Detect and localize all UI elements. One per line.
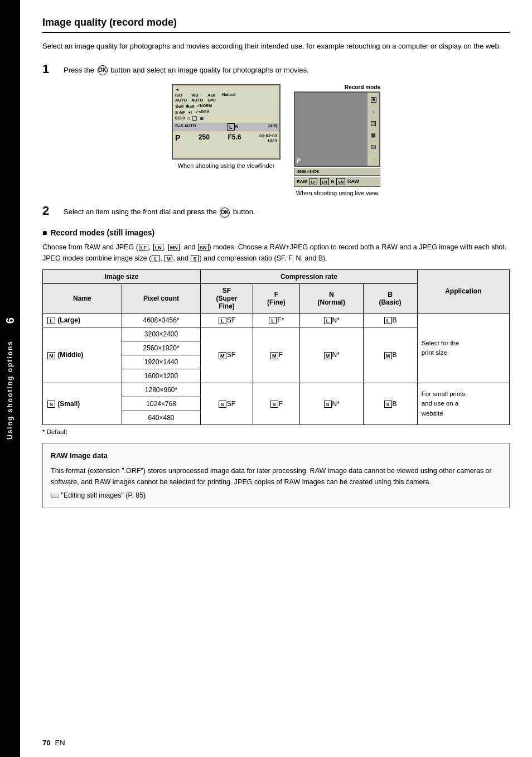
size-small: S (Small) xyxy=(43,383,122,425)
lcd2-mode-bar: RAW LF LN N SN RAW xyxy=(294,177,380,187)
th-compression: Compression rate xyxy=(201,269,417,283)
lcd-shutter-val: 250 xyxy=(199,133,210,143)
size-large: L (Large) xyxy=(43,313,122,327)
th-application: Application xyxy=(417,269,509,313)
step-1-text: Press the OK button and select an image … xyxy=(64,62,309,76)
table-row-small-1: S (Small) 1280×960* SSF SF SN* SB For sm… xyxy=(43,383,510,397)
lcd2-ln: LN xyxy=(320,178,328,185)
n-middle: MN* xyxy=(299,327,363,383)
pixels-small-3: 640×480 xyxy=(122,411,200,425)
f-middle: MF xyxy=(253,327,299,383)
th-pixel: Pixel count xyxy=(122,283,200,313)
lcd2-icon5: IS xyxy=(371,145,376,149)
icon-lf: LF xyxy=(139,244,148,251)
lcd-s-pm: ⊕±0 xyxy=(175,104,183,109)
pixels-middle-1: 3200×2400 xyxy=(122,327,200,341)
info-box-text: This format (extension ".ORF") stores un… xyxy=(51,465,501,488)
table-row-large: L (Large) 4608×3456* LSF LF* LN* LB Sele… xyxy=(43,313,510,327)
pixels-small-1: 1280×960* xyxy=(122,383,200,397)
pixels-middle-4: 1600×1200 xyxy=(122,369,200,383)
icon-l: L xyxy=(152,255,159,262)
lcd2-icon4: ⬛ xyxy=(371,133,376,138)
main-content: Image quality (record mode) Select an im… xyxy=(20,0,532,757)
info-box-title: RAW image data xyxy=(51,450,501,462)
sf-small: SSF xyxy=(201,383,253,425)
lcd-saf: S-AF xyxy=(175,110,185,115)
sidebar-label: Using shooting options xyxy=(6,340,14,440)
page-number: 70 xyxy=(42,739,50,747)
lcd2-sn: SN xyxy=(336,178,345,185)
lcd-liveview: P ⊕ ↕ □ ⬛ IS 🔋 xyxy=(294,91,380,167)
th-n: N(Normal) xyxy=(299,283,363,313)
lcd-aperture-val: F5.6 xyxy=(228,133,241,143)
footnote: * Default xyxy=(42,428,510,435)
info-box-link: 📖 "Editing still images" (P. 85) xyxy=(51,490,501,501)
pixels-small-2: 1024×768 xyxy=(122,397,200,411)
lcd-icon1: 🔲 xyxy=(192,116,197,121)
page: 6 Using shooting options Image quality (… xyxy=(0,0,532,757)
lcd2-n: N xyxy=(331,179,335,184)
record-mode-label: Record mode xyxy=(345,84,380,90)
th-name: Name xyxy=(43,283,122,313)
info-box-link-text: "Editing still images" (P. 85) xyxy=(61,491,146,499)
lcd-rect: □ xyxy=(187,116,190,121)
record-table: Image size Compression rate Application … xyxy=(42,269,510,425)
lcd2-icon1: ⊕ xyxy=(371,97,376,103)
intro-text: Select an image quality for photographs … xyxy=(42,41,510,52)
step-2-text: Select an item using the front dial and … xyxy=(64,204,255,218)
page-title: Image quality (record mode) xyxy=(42,17,510,33)
size-middle: M (Middle) xyxy=(43,327,122,383)
viewfinder-screenshot: ◄ ISOAUTO WBAUTO A±0G=0 ↑Natural ⊕±0 xyxy=(172,84,280,170)
section-body: Choose from RAW and JPEG (LF, LN, MN, an… xyxy=(42,242,510,264)
lcd-back-icon: ◄ xyxy=(175,87,179,92)
page-footer: 70 EN xyxy=(42,739,65,747)
screenshots-row: ◄ ISOAUTO WBAUTO A±0G=0 ↑Natural ⊕±0 xyxy=(42,84,510,197)
lcd2-pixels: 4608×3456 xyxy=(297,169,319,174)
liveview-caption: When shooting using live view xyxy=(296,189,378,197)
pixels-middle-3: 1920×1440 xyxy=(122,355,200,369)
lcd-iso: ISOAUTO xyxy=(175,93,187,103)
lcd-mode-p: P xyxy=(175,133,180,143)
lcd-wb: WBAUTO xyxy=(191,93,203,103)
n-large: LN* xyxy=(299,313,363,327)
lcd-viewfinder: ◄ ISOAUTO WBAUTO A±0G=0 ↑Natural ⊕±0 xyxy=(172,84,280,160)
record-modes-section: Record modes (still images) Choose from … xyxy=(42,228,510,508)
step-1: 1 Press the OK button and select an imag… xyxy=(42,62,510,76)
b-middle: MB xyxy=(363,327,417,383)
sf-middle: MSF xyxy=(201,327,253,383)
sidebar: 6 Using shooting options xyxy=(0,0,20,757)
lcd-icon2: 🔳 xyxy=(199,116,204,121)
lcd2-bottom-bar: 4608×3456 xyxy=(294,168,380,176)
b-large: LB xyxy=(363,313,417,327)
lcd2-icon6: 🔋 xyxy=(371,156,376,161)
lcd-norm2: ✓NORM xyxy=(197,104,212,109)
pixels-large: 4608×3456* xyxy=(122,313,200,327)
lcd-a: A±0G=0 xyxy=(207,93,215,103)
lcd-srgb: ✓sRGB xyxy=(195,110,209,115)
sf-large: LSF xyxy=(201,313,253,327)
lcd-sis: S-IS AUTO xyxy=(175,123,196,131)
lcd2-raw: RAW xyxy=(297,179,307,184)
sidebar-number: 6 xyxy=(4,317,17,324)
n-small: SN* xyxy=(299,383,363,425)
ok-icon-2: OK xyxy=(220,208,230,218)
step-2: 2 Select an item using the front dial an… xyxy=(42,204,510,218)
step-2-number: 2 xyxy=(42,204,58,218)
liveview-screenshot: Record mode P ⊕ ↕ □ ⬛ IS � xyxy=(294,84,380,197)
info-box: RAW image data This format (extension ".… xyxy=(42,443,510,508)
book-icon: 📖 xyxy=(51,491,59,499)
icon-sn: SN xyxy=(198,244,209,251)
lcd-ln-icon: LN xyxy=(226,123,238,131)
viewfinder-caption: When shooting using the viewfinder xyxy=(178,162,275,170)
lcd2-mode: P xyxy=(297,157,301,164)
f-large: LF* xyxy=(253,313,299,327)
lcd2-icon2: ↕ xyxy=(373,110,375,114)
th-sf: SF(SuperFine) xyxy=(201,283,253,313)
b-small: SB xyxy=(363,383,417,425)
icon-mn: MN xyxy=(168,244,180,251)
th-f: F(Fine) xyxy=(253,283,299,313)
pixels-middle-2: 2560×1920* xyxy=(122,341,200,355)
lcd2-lf: LF xyxy=(309,178,318,185)
lcd-icon3: [4:3] xyxy=(268,123,277,131)
app-small: For small printsand use on awebsite xyxy=(417,383,509,425)
